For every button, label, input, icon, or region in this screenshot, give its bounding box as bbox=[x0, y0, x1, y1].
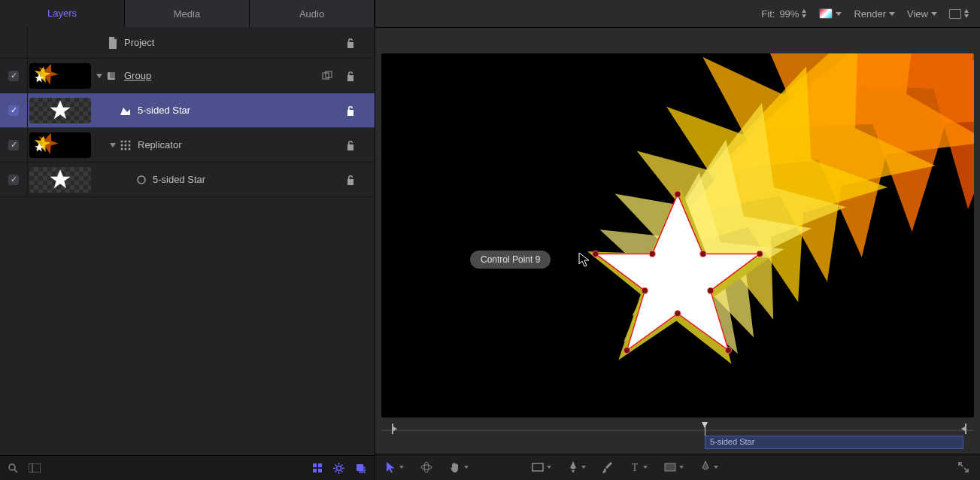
left-bottom-toolbar bbox=[0, 455, 375, 480]
disclosure-triangle[interactable] bbox=[110, 143, 116, 147]
svg-rect-28 bbox=[313, 469, 317, 472]
view-label: View bbox=[907, 8, 928, 20]
tab-audio[interactable]: Audio bbox=[250, 0, 375, 27]
stack-icon[interactable] bbox=[355, 463, 367, 473]
svg-rect-29 bbox=[318, 469, 322, 472]
svg-point-12 bbox=[125, 140, 127, 142]
svg-point-49 bbox=[642, 287, 648, 293]
svg-point-44 bbox=[757, 251, 763, 257]
search-icon[interactable] bbox=[8, 463, 18, 473]
layer-row-star-selected[interactable]: ✓ 5-sided Star bbox=[0, 93, 375, 128]
brush-tool[interactable] bbox=[602, 461, 613, 473]
lock-icon[interactable] bbox=[346, 175, 355, 185]
lock-icon[interactable] bbox=[346, 140, 355, 150]
chevron-down-icon bbox=[714, 466, 718, 469]
svg-rect-40 bbox=[359, 466, 366, 473]
panel-layout-icon[interactable] bbox=[29, 463, 41, 472]
tab-media-label: Media bbox=[174, 8, 200, 20]
chevron-down-icon bbox=[889, 12, 895, 16]
viewport[interactable]: Control Point 9 bbox=[381, 53, 974, 418]
grid-icon[interactable] bbox=[312, 463, 323, 473]
layer-row-project[interactable]: Project bbox=[0, 27, 375, 59]
svg-point-47 bbox=[675, 311, 681, 317]
canvas[interactable]: Control Point 9 bbox=[381, 53, 974, 418]
lock-icon[interactable] bbox=[346, 105, 355, 116]
chevron-down-icon bbox=[836, 12, 842, 16]
tab-layers[interactable]: Layers bbox=[0, 0, 125, 27]
svg-line-37 bbox=[341, 464, 343, 466]
lock-icon[interactable] bbox=[346, 71, 355, 81]
color-channels-icon bbox=[819, 8, 833, 19]
svg-line-38 bbox=[335, 470, 337, 472]
svg-point-22 bbox=[9, 464, 15, 470]
tab-media[interactable]: Media bbox=[125, 0, 250, 27]
mini-timeline[interactable]: 5-sided Star bbox=[381, 424, 974, 454]
layer-thumbnail bbox=[29, 63, 91, 89]
layer-row-replicator[interactable]: ✓ Replicator bbox=[0, 128, 375, 163]
channels-menu[interactable] bbox=[819, 8, 842, 19]
view-menu[interactable]: View bbox=[907, 8, 937, 20]
timeline-clip[interactable]: 5-sided Star bbox=[705, 436, 963, 449]
svg-point-53 bbox=[424, 462, 429, 472]
lock-icon[interactable] bbox=[346, 38, 355, 48]
svg-point-17 bbox=[121, 147, 123, 150]
svg-marker-20 bbox=[50, 169, 71, 188]
tab-layers-label: Layers bbox=[47, 8, 77, 19]
svg-point-52 bbox=[421, 465, 432, 469]
disclosure-triangle[interactable] bbox=[96, 74, 102, 78]
svg-point-21 bbox=[138, 176, 145, 184]
layer-row-group[interactable]: ✓ Group bbox=[0, 59, 375, 93]
render-menu[interactable]: Render bbox=[854, 8, 895, 20]
tooltip-text: Control Point 9 bbox=[481, 254, 540, 265]
svg-rect-27 bbox=[318, 463, 322, 467]
svg-point-15 bbox=[125, 144, 127, 146]
fit-menu[interactable]: Fit: 99% bbox=[761, 8, 807, 20]
clip-label: 5-sided Star bbox=[710, 437, 754, 446]
mask-tool[interactable] bbox=[664, 463, 684, 472]
layer-thumbnail bbox=[29, 132, 91, 158]
svg-point-16 bbox=[129, 144, 131, 146]
visibility-cell bbox=[0, 27, 28, 58]
out-marker-icon[interactable] bbox=[960, 424, 968, 434]
layer-name-star: 5-sided Star bbox=[138, 105, 190, 116]
rectangle-tool[interactable] bbox=[532, 463, 551, 472]
stepper-icon bbox=[964, 9, 969, 18]
panel-tabs: Layers Media Audio bbox=[0, 0, 375, 27]
canvas-bottom-toolbar: T bbox=[375, 454, 980, 480]
select-tool[interactable] bbox=[386, 461, 404, 473]
svg-marker-7 bbox=[50, 100, 71, 119]
svg-point-42 bbox=[675, 191, 681, 197]
in-marker-icon[interactable] bbox=[390, 424, 398, 434]
gear-icon[interactable] bbox=[333, 463, 344, 474]
svg-point-45 bbox=[708, 287, 714, 293]
visibility-toggle[interactable]: ✓ bbox=[0, 93, 28, 127]
visibility-toggle[interactable]: ✓ bbox=[0, 59, 28, 93]
pen-tool[interactable] bbox=[568, 461, 586, 473]
canvas-panel: Fit: 99% Render View bbox=[375, 0, 980, 480]
fit-value: 99% bbox=[779, 8, 799, 20]
svg-point-30 bbox=[337, 466, 341, 470]
visibility-toggle[interactable]: ✓ bbox=[0, 128, 28, 162]
svg-rect-56 bbox=[665, 463, 675, 471]
inspector-panel: Layers Media Audio Project bbox=[0, 0, 375, 480]
pan-tool[interactable] bbox=[449, 461, 469, 473]
text-tool[interactable]: T bbox=[630, 462, 648, 472]
chevron-down-icon bbox=[399, 466, 404, 469]
3d-transform-tool[interactable] bbox=[420, 461, 432, 473]
svg-rect-54 bbox=[532, 463, 543, 471]
svg-line-23 bbox=[14, 469, 17, 472]
fit-label: Fit: bbox=[761, 8, 775, 20]
expand-icon[interactable] bbox=[957, 461, 969, 473]
bezier-mask-tool[interactable] bbox=[700, 461, 718, 473]
visibility-toggle[interactable]: ✓ bbox=[0, 163, 28, 196]
svg-rect-26 bbox=[313, 463, 317, 467]
svg-point-11 bbox=[121, 140, 123, 142]
canvas-top-toolbar: Fit: 99% Render View bbox=[375, 0, 980, 28]
layer-thumbnail bbox=[29, 167, 91, 193]
layer-row-star-source[interactable]: ✓ 5-sided Star bbox=[0, 163, 375, 197]
svg-line-36 bbox=[341, 470, 343, 472]
chevron-down-icon bbox=[679, 466, 684, 469]
svg-point-43 bbox=[700, 251, 706, 257]
aspect-menu[interactable] bbox=[949, 9, 969, 19]
pass-through-icon[interactable] bbox=[322, 71, 332, 81]
